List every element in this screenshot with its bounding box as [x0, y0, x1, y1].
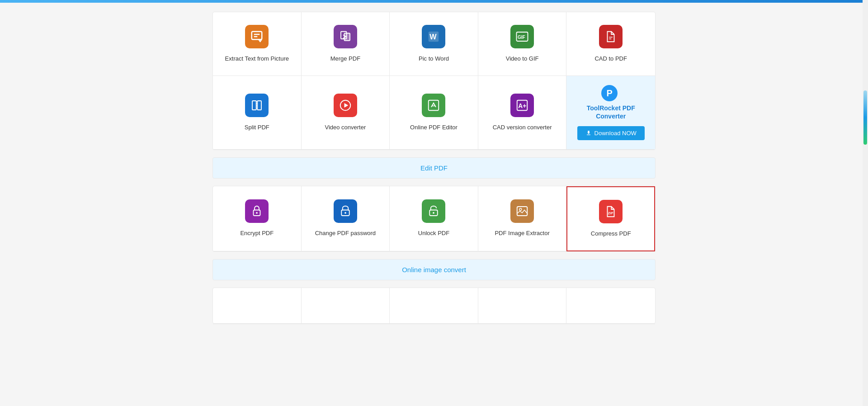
download-now-label: Download NOW: [594, 130, 637, 137]
change-password-icon-box: [334, 199, 357, 223]
encrypt-pdf-label: Encrypt PDF: [240, 229, 274, 237]
tool-video-to-gif[interactable]: GIF Video to GIF: [478, 12, 567, 76]
download-now-button[interactable]: Download NOW: [577, 126, 645, 140]
tool-pic-to-word[interactable]: W Pic to Word: [390, 12, 478, 76]
video-converter-label: Video converter: [325, 123, 366, 132]
merge-pdf-label: Merge PDF: [330, 55, 360, 63]
split-pdf-icon: [250, 99, 264, 112]
compress-pdf-label: Compress PDF: [591, 230, 631, 238]
extract-text-label: Extract Text from Picture: [225, 55, 289, 63]
cad-version-icon-box: A+: [510, 94, 534, 117]
video-converter-icon: [339, 99, 352, 112]
edit-pdf-label: Edit PDF: [420, 164, 448, 172]
promo-p-icon: P: [601, 85, 618, 101]
cad-to-pdf-icon: [604, 30, 618, 43]
pdf-image-extractor-label: PDF Image Extractor: [495, 229, 549, 237]
cad-version-icon: A+: [515, 99, 529, 112]
extract-text-icon-box: [245, 25, 269, 48]
tool-merge-pdf[interactable]: Merge PDF: [302, 12, 390, 76]
image-convert-header: Online image convert: [212, 259, 656, 280]
main-content: Extract Text from Picture Merge PDF: [208, 3, 660, 340]
promo-p-letter: P: [607, 88, 613, 99]
image-convert-item-2[interactable]: [302, 288, 390, 324]
svg-rect-13: [258, 101, 262, 110]
promo-logo: P: [601, 85, 620, 101]
edit-pdf-header: Edit PDF: [212, 157, 656, 179]
cad-version-label: CAD version converter: [493, 123, 552, 132]
image-convert-label: Online image convert: [402, 266, 466, 274]
merge-pdf-icon: [339, 30, 352, 43]
pic-to-word-label: Pic to Word: [419, 55, 449, 63]
online-pdf-editor-icon-box: [422, 94, 445, 117]
change-password-label: Change PDF password: [315, 229, 376, 237]
svg-rect-12: [252, 101, 256, 110]
scrollbar-thumb[interactable]: [863, 90, 867, 145]
video-to-gif-icon-box: GIF: [510, 25, 534, 48]
promo-title: ToolRocket PDF Converter: [587, 104, 635, 120]
tool-cad-to-pdf[interactable]: CAD to PDF: [566, 12, 655, 76]
svg-marker-16: [344, 103, 348, 108]
svg-point-22: [256, 212, 258, 214]
pic-to-word-icon-box: W: [422, 25, 445, 48]
tool-online-pdf-editor[interactable]: Online PDF Editor: [390, 76, 478, 149]
svg-text:A+: A+: [518, 103, 526, 109]
compress-pdf-icon-box: ZIP: [599, 200, 623, 223]
encrypt-pdf-icon-box: [245, 199, 269, 223]
encrypt-pdf-icon: [250, 204, 264, 218]
unlock-pdf-icon-box: [422, 199, 445, 223]
svg-text:W: W: [430, 33, 437, 41]
tool-extract-text[interactable]: Extract Text from Picture: [213, 12, 302, 76]
split-pdf-label: Split PDF: [245, 123, 269, 132]
merge-pdf-icon-box: [334, 25, 357, 48]
convert-section-row1: Extract Text from Picture Merge PDF: [212, 12, 656, 150]
image-convert-item-3[interactable]: [390, 288, 478, 324]
svg-text:GIF: GIF: [518, 35, 525, 40]
svg-point-24: [344, 212, 346, 214]
promo-cell: P ToolRocket PDF Converter Download NOW: [566, 76, 655, 149]
scrollbar[interactable]: [863, 0, 868, 406]
edit-pdf-section: Encrypt PDF Change PDF password: [212, 186, 656, 252]
video-to-gif-icon: GIF: [515, 30, 529, 43]
compress-pdf-icon: ZIP: [604, 205, 618, 218]
grid-row-2: Split PDF Video converter: [213, 76, 655, 149]
image-convert-item-5[interactable]: [566, 288, 655, 324]
image-convert-item-1[interactable]: [213, 288, 302, 324]
image-convert-item-4[interactable]: [478, 288, 567, 324]
edit-pdf-row: Encrypt PDF Change PDF password: [213, 186, 655, 251]
online-pdf-editor-icon: [427, 99, 440, 112]
extract-text-icon: [250, 30, 264, 43]
video-converter-icon-box: [334, 94, 357, 117]
svg-rect-0: [252, 32, 262, 40]
pdf-image-extractor-icon: [515, 204, 529, 218]
split-pdf-icon-box: [245, 94, 269, 117]
unlock-pdf-label: Unlock PDF: [418, 229, 449, 237]
video-to-gif-label: Video to GIF: [506, 55, 539, 63]
svg-text:ZIP: ZIP: [608, 211, 613, 215]
tool-change-password[interactable]: Change PDF password: [302, 186, 390, 251]
tool-compress-pdf[interactable]: ZIP Compress PDF: [566, 186, 655, 251]
svg-point-26: [433, 212, 435, 214]
svg-rect-20: [587, 135, 590, 135]
image-convert-row: [213, 288, 655, 323]
grid-row-1: Extract Text from Picture Merge PDF: [213, 12, 655, 76]
tool-cad-version[interactable]: A+ CAD version converter: [478, 76, 567, 149]
change-password-icon: [339, 204, 352, 218]
cad-to-pdf-label: CAD to PDF: [594, 55, 627, 63]
tool-unlock-pdf[interactable]: Unlock PDF: [390, 186, 478, 251]
tool-pdf-image-extractor[interactable]: PDF Image Extractor: [478, 186, 567, 251]
pic-to-word-icon: W: [427, 30, 440, 43]
svg-rect-17: [429, 100, 439, 111]
image-convert-section: [212, 288, 656, 324]
pdf-image-extractor-icon-box: [510, 199, 534, 223]
download-icon: [585, 130, 592, 136]
online-pdf-editor-label: Online PDF Editor: [410, 123, 458, 132]
tool-encrypt-pdf[interactable]: Encrypt PDF: [213, 186, 302, 251]
tool-video-converter[interactable]: Video converter: [302, 76, 390, 149]
unlock-pdf-icon: [427, 204, 440, 218]
tool-split-pdf[interactable]: Split PDF: [213, 76, 302, 149]
svg-point-28: [519, 208, 522, 211]
cad-to-pdf-icon-box: [599, 25, 623, 48]
